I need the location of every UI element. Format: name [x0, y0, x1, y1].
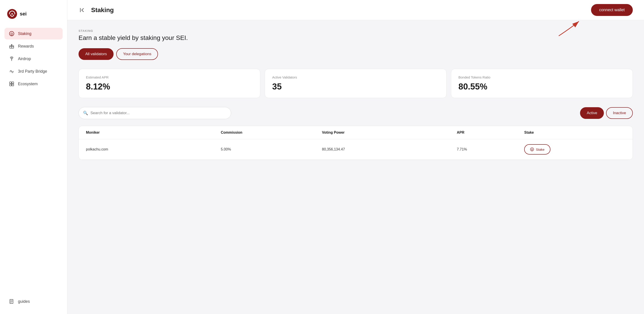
- stake-button[interactable]: Stake: [524, 144, 550, 155]
- table-header: Moniker Commission Voting Power APR Stak…: [79, 126, 632, 139]
- stat-value-active-validators: 35: [272, 82, 439, 91]
- filter-active-button[interactable]: Active: [580, 107, 604, 119]
- sidebar-item-staking[interactable]: Staking: [4, 28, 62, 39]
- airdrop-icon: [9, 56, 14, 61]
- sidebar-item-airdrop[interactable]: Airdrop: [4, 53, 62, 65]
- search-input[interactable]: [78, 107, 231, 119]
- sei-logo-icon: [7, 9, 17, 19]
- svg-rect-7: [12, 82, 14, 84]
- guides-icon: [9, 299, 14, 304]
- sidebar-item-bridge[interactable]: 3rd Party Bridge: [4, 65, 62, 77]
- col-header-voting-power: Voting Power: [322, 131, 457, 135]
- sidebar-item-label-guides: guides: [18, 299, 30, 304]
- stake-icon: [530, 147, 534, 151]
- tab-your-delegations[interactable]: Your delegations: [116, 48, 158, 60]
- gift-icon: [9, 43, 14, 49]
- sidebar-item-label-ecosystem: Ecosystem: [18, 82, 38, 86]
- app-header: Staking connect wallet: [67, 0, 644, 20]
- sidebar-item-label-bridge: 3rd Party Bridge: [18, 69, 47, 74]
- sidebar-item-guides[interactable]: guides: [4, 296, 62, 307]
- svg-point-2: [12, 13, 13, 14]
- col-header-commission: Commission: [221, 131, 322, 135]
- col-header-moniker: Moniker: [86, 131, 221, 135]
- staking-subtitle: Earn a stable yield by staking your SEI.: [78, 34, 633, 41]
- svg-rect-9: [12, 84, 14, 86]
- stat-card-active-validators: Active Validators 35: [265, 69, 446, 98]
- filter-buttons: Active Inactive: [580, 107, 633, 119]
- stat-value-estimated-apr: 8.12%: [86, 82, 253, 91]
- cell-apr: 7.71%: [457, 147, 524, 151]
- sidebar-item-label-rewards: Rewards: [18, 44, 34, 49]
- staking-intro: STAKING Earn a stable yield by staking y…: [78, 29, 633, 41]
- main-area: Staking connect wallet STAKING Earn a st…: [67, 0, 644, 314]
- cell-stake-action: Stake: [524, 144, 626, 155]
- stat-label-bonded-tokens: Bonded Tokens Ratio: [458, 75, 626, 79]
- search-container: 🔍: [78, 107, 231, 119]
- ecosystem-icon: [9, 81, 14, 87]
- sidebar-collapse-button[interactable]: [78, 6, 86, 14]
- search-icon: 🔍: [83, 111, 88, 115]
- validators-table: Moniker Commission Voting Power APR Stak…: [78, 126, 633, 160]
- svg-rect-8: [10, 84, 12, 86]
- filter-inactive-button[interactable]: Inactive: [606, 107, 633, 119]
- sidebar: sei Staking: [0, 0, 67, 314]
- staking-tabs: All validators Your delegations: [78, 48, 633, 60]
- header-left: Staking: [78, 6, 114, 14]
- stat-value-bonded-tokens: 80.55%: [458, 82, 626, 91]
- stat-card-bonded-tokens: Bonded Tokens Ratio 80.55%: [451, 69, 633, 98]
- svg-rect-6: [10, 82, 12, 84]
- sidebar-item-rewards[interactable]: Rewards: [4, 40, 62, 52]
- brand-logo[interactable]: sei: [4, 7, 62, 21]
- stat-label-estimated-apr: Estimated APR: [86, 75, 253, 79]
- stats-grid: Estimated APR 8.12% Active Validators 35…: [78, 69, 633, 98]
- col-header-stake: Stake: [524, 131, 626, 135]
- sidebar-item-label-airdrop: Airdrop: [18, 56, 31, 61]
- connect-wallet-button[interactable]: connect wallet: [591, 4, 633, 16]
- search-row: 🔍 Active Inactive: [78, 107, 633, 119]
- bridge-icon: [9, 69, 14, 74]
- sidebar-item-label-staking: Staking: [18, 31, 32, 36]
- main-content: STAKING Earn a stable yield by staking y…: [67, 20, 644, 314]
- page-title: Staking: [91, 6, 114, 14]
- sidebar-navigation: Staking Rewards: [4, 28, 62, 291]
- table-row: polkachu.com 5.00% 80,356,134.47 7.71% S…: [79, 139, 632, 160]
- sidebar-item-ecosystem[interactable]: Ecosystem: [4, 78, 62, 90]
- stat-label-active-validators: Active Validators: [272, 75, 439, 79]
- sidebar-bottom: guides: [4, 291, 62, 307]
- stat-card-estimated-apr: Estimated APR 8.12%: [78, 69, 260, 98]
- staking-icon: [9, 31, 14, 36]
- staking-section-label: STAKING: [78, 29, 633, 32]
- cell-moniker: polkachu.com: [86, 147, 221, 151]
- brand-name: sei: [20, 11, 27, 17]
- cell-voting-power: 80,356,134.47: [322, 147, 457, 151]
- stake-label: Stake: [536, 148, 544, 151]
- col-header-apr: APR: [457, 131, 524, 135]
- cell-commission: 5.00%: [221, 147, 322, 151]
- tab-all-validators[interactable]: All validators: [78, 48, 114, 60]
